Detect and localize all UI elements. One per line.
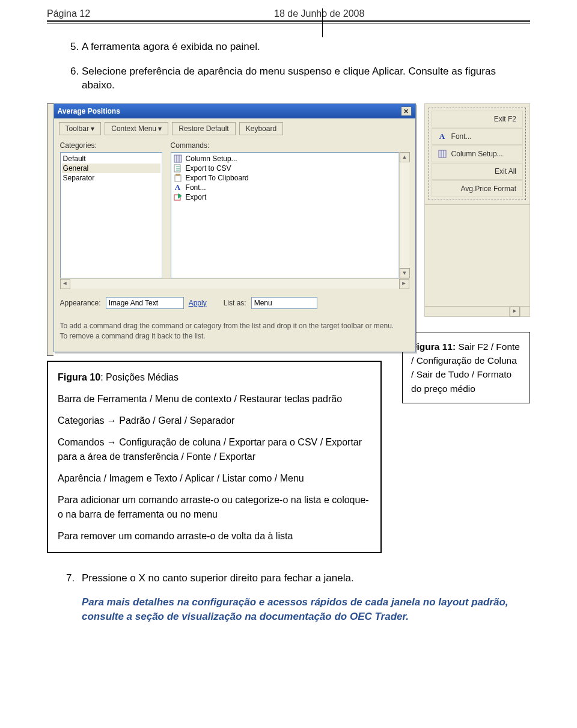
toolbar-dropdown[interactable]: Toolbar ▾ — [59, 122, 102, 135]
average-positions-dialog: Average Positions ✕ Toolbar ▾ Context Me… — [53, 103, 416, 353]
close-icon[interactable]: ✕ — [401, 106, 412, 116]
list-as-label: List as: — [224, 299, 246, 307]
svg-rect-4 — [175, 175, 181, 182]
toolbar-item[interactable]: Avg.Price Format — [432, 180, 523, 197]
toolbar-item[interactable]: Exit F2 — [432, 111, 523, 127]
list-item[interactable]: Export to CSV — [172, 164, 397, 173]
scrollbar-horizontal[interactable]: ◄ ► — [60, 278, 409, 289]
target-toolbar-dropzone[interactable]: Exit F2 A Font... Column Setup... Exit A… — [429, 108, 526, 200]
header-rule-thin — [47, 23, 530, 23]
restore-default-button[interactable]: Restore Default — [172, 122, 235, 135]
appearance-select[interactable]: Image And Text — [106, 297, 184, 309]
svg-rect-5 — [176, 174, 180, 176]
scroll-left-icon[interactable]: ◄ — [60, 279, 70, 289]
column-setup-icon — [174, 154, 182, 163]
scroll-right-icon[interactable]: ► — [510, 307, 520, 317]
keyboard-button[interactable]: Keyboard — [239, 122, 283, 135]
dialog-title: Average Positions — [58, 107, 120, 115]
export-icon — [174, 193, 182, 201]
dialog-help-text-1: To add a command drag the command or cat… — [60, 321, 409, 331]
step-7: 7.Pressione o X no canto superior direit… — [47, 572, 530, 584]
commands-listbox[interactable]: Column Setup... Export to CSV — [171, 152, 399, 278]
scroll-down-icon[interactable]: ▼ — [400, 268, 410, 278]
figure-10-caption: Figura 10: Posições Médias Barra de Ferr… — [47, 361, 382, 553]
header-rule-thick — [47, 20, 530, 22]
font-icon: A — [438, 132, 447, 141]
header-divider-vertical — [322, 8, 323, 37]
export-csv-icon — [174, 164, 182, 173]
list-item[interactable]: A Font... — [172, 183, 397, 192]
toolbar-item[interactable]: Exit All — [432, 163, 523, 180]
list-item[interactable]: Export — [172, 192, 397, 202]
context-menu-dropdown[interactable]: Context Menu ▾ — [105, 122, 168, 135]
categories-label: Categories: — [60, 141, 162, 150]
step-5: A ferramenta agora é exibida no painel. — [82, 40, 530, 54]
arrow-icon: → — [107, 415, 117, 426]
scroll-up-icon[interactable]: ▲ — [400, 152, 410, 162]
step-6: Selecione preferência de aparência do me… — [82, 65, 530, 93]
arrow-icon: → — [107, 437, 117, 447]
list-item[interactable]: Export To Clipboard — [172, 173, 397, 183]
svg-rect-0 — [174, 155, 182, 162]
categories-listbox[interactable]: Default General Separator — [60, 152, 162, 278]
list-item[interactable]: General — [62, 164, 160, 173]
page-number: Página 12 — [47, 8, 274, 19]
scroll-right-icon[interactable]: ► — [399, 279, 409, 289]
figure-11-caption: Figura 11: Sair F2 / Fonte / Configuraçã… — [402, 332, 530, 403]
column-setup-icon — [438, 150, 447, 158]
appearance-label: Appearance: — [60, 299, 101, 307]
apply-link[interactable]: Apply — [189, 299, 207, 307]
page-date: 18 de Junho de 2008 — [274, 8, 530, 19]
list-item[interactable]: Default — [62, 154, 160, 164]
toolbar-item[interactable]: Column Setup... — [432, 145, 523, 162]
list-item[interactable]: Column Setup... — [172, 154, 397, 164]
toolbar-item[interactable]: A Font... — [432, 128, 523, 145]
svg-rect-7 — [439, 150, 446, 158]
export-clipboard-icon — [174, 174, 182, 182]
list-as-select[interactable]: Menu — [251, 297, 317, 309]
list-item[interactable]: Separator — [62, 173, 160, 183]
font-icon: A — [174, 183, 182, 192]
chevron-down-icon: ▾ — [91, 124, 94, 133]
scrollbar-vertical[interactable]: ▲ ▼ — [399, 152, 409, 278]
dialog-help-text-2: To remove a command drag it back to the … — [60, 331, 409, 341]
final-note: Para mais detalhes na configuração e ace… — [47, 595, 530, 625]
commands-label: Commands: — [171, 141, 409, 150]
chevron-down-icon: ▾ — [158, 124, 162, 133]
